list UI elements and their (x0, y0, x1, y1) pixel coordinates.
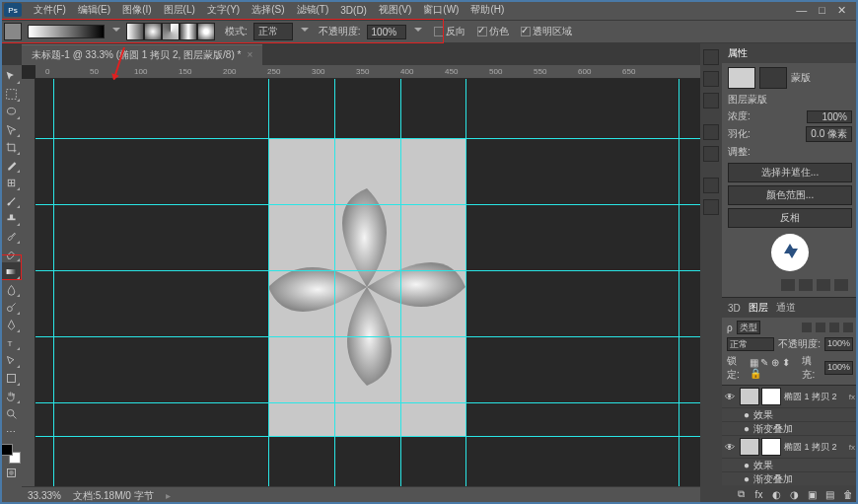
move-tool[interactable] (1, 67, 21, 85)
tab-layers[interactable]: 图层 (749, 301, 768, 315)
eraser-tool[interactable] (1, 245, 21, 262)
select-and-mask-button[interactable]: 选择并遮住... (728, 163, 852, 182)
eyedropper-tool[interactable] (1, 156, 21, 174)
gradient-preview[interactable] (28, 25, 105, 38)
gradient-radial[interactable] (144, 23, 162, 40)
density-input[interactable]: 100% (807, 110, 852, 123)
visibility-icon[interactable]: 👁 (725, 392, 737, 402)
menu-view[interactable]: 视图(V) (373, 1, 417, 19)
lasso-tool[interactable] (1, 103, 21, 120)
foreground-color[interactable] (1, 444, 13, 456)
menu-image[interactable]: 图像(I) (116, 1, 157, 19)
ruler-horizontal[interactable]: 0 50 100 150 200 250 300 350 400 450 500… (36, 65, 700, 79)
disable-mask-icon[interactable] (817, 279, 830, 291)
tab-channels[interactable]: 通道 (776, 301, 796, 315)
visibility-icon[interactable]: 👁 (725, 442, 737, 453)
layer-list[interactable]: 👁 椭圆 1 拷贝 2fx ●效果 ●渐变叠加 👁 椭圆 1 拷贝 2fx ●效… (722, 386, 858, 485)
pixel-mask-thumb[interactable] (728, 67, 755, 89)
layer-filter-kind[interactable]: 类型 (737, 321, 760, 334)
ruler-vertical[interactable] (22, 79, 36, 486)
close-button[interactable]: ✕ (837, 4, 846, 17)
quick-select-tool[interactable] (1, 120, 21, 138)
swatches-icon[interactable] (703, 93, 719, 108)
gradient-picker-dropdown[interactable] (112, 28, 120, 36)
brush-tool[interactable] (1, 191, 21, 209)
gradient-angle[interactable] (162, 23, 179, 40)
hand-tool[interactable] (1, 387, 21, 404)
edit-toolbar[interactable]: ⋯ (1, 422, 21, 440)
menu-filter[interactable]: 滤镜(T) (291, 1, 335, 19)
dither-checkbox[interactable] (477, 27, 487, 36)
document-tab[interactable]: 未标题-1 @ 33.3% (椭圆 1 拷贝 2, 图层蒙版/8) *× (22, 44, 262, 65)
crop-tool[interactable] (1, 138, 21, 156)
menu-help[interactable]: 帮助(H) (465, 1, 510, 19)
menu-select[interactable]: 选择(S) (246, 1, 290, 19)
gradient-diamond[interactable] (197, 23, 215, 40)
adjustments-icon[interactable] (703, 178, 719, 193)
invert-button[interactable]: 反相 (728, 208, 852, 228)
canvas-area[interactable] (36, 79, 700, 486)
marquee-tool[interactable] (1, 85, 21, 103)
tool-preset-icon[interactable] (4, 23, 22, 40)
quickmask-toggle[interactable] (1, 464, 21, 481)
mode-select[interactable]: 正常 (253, 23, 293, 40)
menu-type[interactable]: 文字(Y) (201, 1, 246, 19)
trash-icon[interactable]: 🗑 (841, 488, 854, 500)
pen-tool[interactable] (1, 316, 21, 333)
menu-layer[interactable]: 图层(L) (158, 1, 201, 19)
path-select-tool[interactable] (1, 351, 21, 369)
menu-file[interactable]: 文件(F) (28, 1, 72, 19)
new-layer-icon[interactable]: ▤ (823, 488, 836, 500)
blur-tool[interactable] (1, 280, 21, 298)
zoom-tool[interactable] (1, 404, 21, 422)
zoom-level[interactable]: 33.33% (28, 490, 61, 501)
paragraph-icon[interactable] (703, 146, 719, 162)
reverse-checkbox[interactable] (434, 27, 444, 36)
history-icon[interactable] (703, 49, 719, 65)
maximize-button[interactable]: □ (819, 4, 825, 17)
character-icon[interactable] (703, 124, 719, 140)
layer-mask-icon[interactable]: ◐ (770, 488, 783, 500)
menu-3d[interactable]: 3D(D) (334, 3, 373, 18)
tab-properties[interactable]: 属性 (728, 46, 748, 60)
mask-from-selection-icon[interactable] (781, 279, 795, 291)
svg-text:T: T (7, 338, 12, 347)
history-brush-tool[interactable] (1, 227, 21, 245)
gradient-tool[interactable] (1, 262, 21, 280)
apply-mask-icon[interactable] (799, 279, 813, 291)
menu-window[interactable]: 窗口(W) (417, 1, 465, 19)
close-icon[interactable]: × (247, 49, 252, 60)
healing-tool[interactable] (1, 174, 21, 191)
dodge-tool[interactable] (1, 298, 21, 316)
fill-input[interactable]: 100% (824, 361, 853, 375)
color-swatches[interactable] (1, 444, 21, 464)
gradient-reflected[interactable] (179, 23, 197, 40)
opacity-input[interactable]: 100% (367, 25, 406, 39)
feather-input[interactable]: 0.0 像素 (806, 126, 852, 142)
group-icon[interactable]: ▣ (806, 488, 819, 500)
mode-dropdown[interactable] (301, 28, 309, 36)
color-range-button[interactable]: 颜色范围... (728, 185, 852, 205)
vector-mask-thumb[interactable] (759, 67, 787, 89)
layer-row[interactable]: 👁 椭圆 1 拷贝 2fx (722, 386, 858, 408)
collapsed-panel-strip (700, 43, 722, 504)
layer-opacity-input[interactable]: 100% (824, 337, 853, 351)
layer-row[interactable]: 👁 椭圆 1 拷贝 2fx (722, 436, 858, 459)
type-tool[interactable]: T (1, 333, 21, 351)
blend-mode-select[interactable]: 正常 (727, 337, 774, 351)
delete-mask-icon[interactable] (834, 279, 848, 291)
transparency-checkbox[interactable] (521, 27, 531, 36)
menu-edit[interactable]: 编辑(E) (72, 1, 116, 19)
doc-info[interactable]: 文档:5.18M/0 字节 (73, 489, 154, 503)
layer-fx-icon[interactable]: fx (752, 488, 765, 500)
shape-tool[interactable] (1, 369, 21, 387)
stamp-tool[interactable] (1, 209, 21, 227)
link-layers-icon[interactable]: ⧉ (735, 488, 748, 500)
gradient-linear[interactable] (126, 23, 144, 40)
minimize-button[interactable]: — (796, 4, 807, 17)
tab-3d[interactable]: 3D (728, 303, 741, 314)
styles-icon[interactable] (703, 199, 719, 215)
color-icon[interactable] (703, 71, 719, 87)
opacity-dropdown[interactable] (414, 28, 422, 36)
adjustment-layer-icon[interactable]: ◑ (788, 488, 801, 500)
